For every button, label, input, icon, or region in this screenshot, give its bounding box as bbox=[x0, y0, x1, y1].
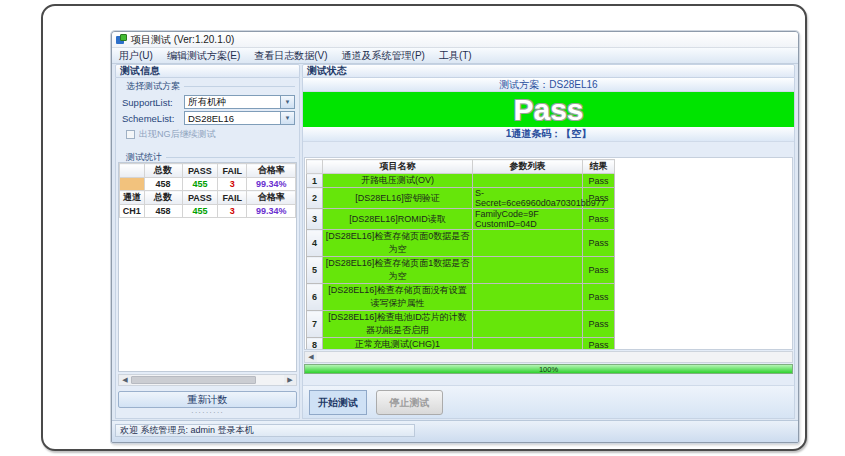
schemelist-row: SchemeList: DS28EL16 ▼ bbox=[122, 111, 295, 125]
menu-user[interactable]: 用户(U) bbox=[112, 48, 160, 63]
table-row[interactable]: 5 [DS28EL16]检查存储页面1数据是否为空 Pass bbox=[307, 257, 615, 284]
menu-channel-system[interactable]: 通道及系统管理(P) bbox=[335, 48, 432, 63]
chevron-left-icon[interactable]: ◀ bbox=[305, 352, 317, 362]
channel-rate-header: 合格率 bbox=[247, 191, 296, 205]
continue-on-ng-label: 出现NG后继续测试 bbox=[139, 128, 216, 141]
scrollbar-thumb[interactable] bbox=[131, 376, 256, 384]
result-banner-text: Pass bbox=[513, 95, 583, 125]
channel-temp-header: 温度 bbox=[296, 191, 297, 205]
table-row[interactable]: 6 [DS28EL16]检查存储页面没有设置读写保护属性 Pass bbox=[307, 284, 615, 311]
login-status-text: 欢迎 系统管理员: admin 登录本机 bbox=[115, 424, 415, 437]
col-item-name: 项目名称 bbox=[323, 160, 473, 174]
status-bar: 欢迎 系统管理员: admin 登录本机 bbox=[112, 420, 798, 442]
test-status-header: 测试状态 bbox=[302, 64, 795, 78]
start-test-button[interactable]: 开始测试 bbox=[309, 390, 367, 415]
table-row[interactable]: 2 [DS28EL16]密钥验证 S-Secret=6ce6960d0a7030… bbox=[307, 188, 615, 209]
table-row[interactable]: 3 [DS28EL16]ROMID读取 FamilyCode=9F Custom… bbox=[307, 209, 615, 230]
chevron-left-icon[interactable]: ◀ bbox=[119, 375, 131, 385]
summary-data-row[interactable]: 458 455 3 99.34% bbox=[120, 178, 298, 191]
schemelist-value: DS28EL16 bbox=[185, 113, 280, 124]
title-bar[interactable]: 项目测试 (Ver:1.20.1.0) bbox=[112, 32, 798, 48]
summary-blank-header bbox=[120, 164, 145, 178]
stats-table-area: 总数 PASS FAIL 合格率 458 455 3 99.34% bbox=[118, 162, 297, 372]
test-items-table: 项目名称 参数列表 结果 1 开路电压测试(OV) Pass 2 [D bbox=[306, 159, 615, 350]
continue-on-ng-checkbox[interactable] bbox=[126, 130, 135, 139]
scheme-group-title: 选择测试方案 bbox=[116, 78, 299, 94]
summary-pass-header: PASS bbox=[182, 164, 218, 178]
supportlist-row: SupportList: 所有机种 ▼ bbox=[122, 95, 295, 109]
menu-bar: 用户(U) 编辑测试方案(E) 查看日志数据(V) 通道及系统管理(P) 工具(… bbox=[112, 48, 798, 64]
table-row[interactable]: 4 [DS28EL16]检查存储页面0数据是否为空 Pass bbox=[307, 230, 615, 257]
channel-header: 通道 bbox=[120, 191, 145, 205]
channel-fail: 3 bbox=[218, 205, 247, 218]
schemelist-label: SchemeList: bbox=[122, 113, 184, 124]
continue-on-ng-row: 出现NG后继续测试 bbox=[126, 128, 295, 141]
schemelist-combobox[interactable]: DS28EL16 ▼ bbox=[184, 111, 295, 125]
test-table-header-row: 项目名称 参数列表 结果 bbox=[307, 160, 615, 174]
panel-splitter[interactable]: ········· bbox=[116, 410, 299, 416]
channel-total-header: 总数 bbox=[144, 191, 182, 205]
test-progress-bar: 100% bbox=[304, 364, 793, 374]
chevron-down-icon[interactable]: ▼ bbox=[280, 96, 294, 108]
channel-data-row[interactable]: CH1 458 455 3 99.34% bbox=[120, 205, 298, 218]
summary-rate-header: 合格率 bbox=[247, 164, 296, 178]
action-button-bar: 开始测试 停止测试 bbox=[303, 385, 794, 418]
test-info-body: 选择测试方案 SupportList: 所有机种 ▼ SchemeList: D… bbox=[115, 78, 300, 419]
test-status-panel: 测试状态 测试方案：DS28EL16 Pass 1通道条码：【空】 项目名称 参… bbox=[302, 64, 795, 419]
test-table-horizontal-scrollbar[interactable]: ◀ bbox=[304, 351, 793, 363]
channel-fail-header: FAIL bbox=[218, 191, 247, 205]
table-row[interactable]: 1 开路电压测试(OV) Pass bbox=[307, 174, 615, 188]
channel-barcode-line: 1通道条码：【空】 bbox=[303, 127, 794, 142]
current-scheme-line: 测试方案：DS28EL16 bbox=[303, 78, 794, 92]
summary-total: 458 bbox=[144, 178, 182, 191]
channel-name: CH1 bbox=[120, 205, 145, 218]
test-info-header: 测试信息 bbox=[115, 64, 300, 78]
result-banner: Pass bbox=[303, 92, 794, 127]
summary-total-header: 总数 bbox=[144, 164, 182, 178]
col-params: 参数列表 bbox=[473, 160, 583, 174]
test-items-table-area: 项目名称 参数列表 结果 1 开路电压测试(OV) Pass 2 [D bbox=[304, 157, 793, 350]
chevron-right-icon[interactable]: ▶ bbox=[284, 375, 296, 385]
app-icon bbox=[116, 34, 127, 45]
reset-count-button[interactable]: 重新计数 bbox=[118, 391, 297, 408]
supportlist-combobox[interactable]: 所有机种 ▼ bbox=[184, 95, 295, 109]
test-status-body: 测试方案：DS28EL16 Pass 1通道条码：【空】 项目名称 参数列表 结… bbox=[302, 78, 795, 419]
col-result: 结果 bbox=[583, 160, 615, 174]
summary-fail: 3 bbox=[218, 178, 247, 191]
summary-stats-table: 总数 PASS FAIL 合格率 458 455 3 99.34% bbox=[119, 163, 297, 218]
chevron-down-icon[interactable]: ▼ bbox=[280, 112, 294, 124]
table-row[interactable]: 7 [DS28EL16]检查电池ID芯片的计数器功能是否启用 Pass bbox=[307, 311, 615, 338]
supportlist-label: SupportList: bbox=[122, 97, 184, 108]
screenshot-frame: 项目测试 (Ver:1.20.1.0) 用户(U) 编辑测试方案(E) 查看日志… bbox=[41, 4, 807, 451]
summary-select-cell bbox=[120, 178, 145, 191]
summary-pass: 455 bbox=[182, 178, 218, 191]
progress-percent: 100% bbox=[539, 366, 558, 373]
channel-pass: 455 bbox=[182, 205, 218, 218]
stop-test-button: 停止测试 bbox=[376, 390, 443, 415]
summary-fail-header: FAIL bbox=[218, 164, 247, 178]
channel-pass-header: PASS bbox=[182, 191, 218, 205]
channel-rate: 99.34% bbox=[247, 205, 296, 218]
supportlist-value: 所有机种 bbox=[185, 96, 280, 109]
menu-view-log[interactable]: 查看日志数据(V) bbox=[247, 48, 334, 63]
summary-header-row: 总数 PASS FAIL 合格率 bbox=[120, 164, 298, 178]
app-window: 项目测试 (Ver:1.20.1.0) 用户(U) 编辑测试方案(E) 查看日志… bbox=[111, 31, 799, 443]
table-row[interactable]: 8 正常充电测试(CHG)1 Pass bbox=[307, 338, 615, 351]
menu-edit-scheme[interactable]: 编辑测试方案(E) bbox=[160, 48, 247, 63]
menu-tools[interactable]: 工具(T) bbox=[432, 48, 479, 63]
stats-horizontal-scrollbar[interactable]: ◀ ▶ bbox=[118, 374, 297, 386]
channel-header-row: 通道 总数 PASS FAIL 合格率 温度 上次 bbox=[120, 191, 298, 205]
channel-total: 458 bbox=[144, 205, 182, 218]
window-title: 项目测试 (Ver:1.20.1.0) bbox=[131, 33, 234, 47]
test-info-panel: 测试信息 选择测试方案 SupportList: 所有机种 ▼ SchemeLi… bbox=[115, 64, 300, 419]
summary-rate: 99.34% bbox=[247, 178, 296, 191]
